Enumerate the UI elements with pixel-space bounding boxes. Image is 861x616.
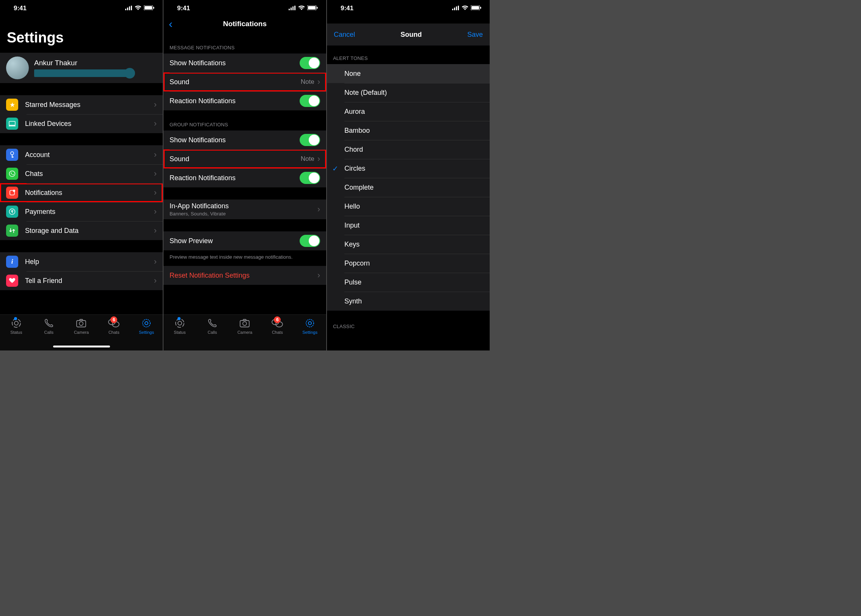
row-payments[interactable]: ₹ Payments ›	[0, 202, 163, 221]
tone-label: Circles	[344, 165, 365, 173]
tab-calls[interactable]: Calls	[199, 318, 226, 350]
settings-group-2: Account › Chats › Notifications › ₹ Paym…	[0, 145, 163, 240]
tab-settings[interactable]: Settings	[297, 318, 323, 350]
screen-settings: 9:41 Settings Ankur Thakur ★ Starred Mes…	[0, 0, 163, 350]
tab-chats[interactable]: 6 Chats	[264, 318, 291, 350]
row-reaction-grp[interactable]: Reaction Notifications	[163, 168, 326, 187]
tone-label: Complete	[344, 184, 374, 192]
row-show-preview[interactable]: Show Preview	[163, 231, 326, 250]
tab-settings[interactable]: Settings	[133, 318, 160, 350]
tab-label: Calls	[207, 330, 217, 335]
detail-value: Note	[301, 155, 314, 163]
chevron-right-icon: ›	[154, 119, 157, 129]
svg-rect-1	[127, 8, 128, 10]
row-reaction-msg[interactable]: Reaction Notifications	[163, 91, 326, 110]
tone-row[interactable]: Popcorn	[327, 254, 490, 273]
tone-row[interactable]: None	[327, 64, 490, 83]
toggle-on-icon[interactable]	[300, 172, 320, 184]
tone-label: None	[344, 70, 361, 78]
settings-group-3: i Help › Tell a Friend ›	[0, 252, 163, 290]
row-sound-msg[interactable]: Sound Note ›	[163, 72, 326, 91]
tone-row[interactable]: Input	[327, 216, 490, 235]
tone-row[interactable]: ✓Circles	[327, 159, 490, 178]
svg-rect-31	[317, 7, 318, 9]
row-reset-notifications[interactable]: Reset Notification Settings ›	[163, 266, 326, 285]
row-tell-a-friend[interactable]: Tell a Friend ›	[0, 271, 163, 290]
nav-bar: ‹ Notifications	[163, 14, 326, 33]
row-label: In-App Notifications	[170, 202, 317, 210]
battery-icon	[471, 5, 481, 12]
svg-point-24	[145, 322, 148, 325]
signal-icon	[452, 5, 459, 12]
row-label: Reaction Notifications	[170, 174, 300, 182]
chevron-right-icon: ›	[154, 276, 157, 286]
tone-row[interactable]: Complete	[327, 178, 490, 197]
row-inapp[interactable]: In-App Notifications Banners, Sounds, Vi…	[163, 200, 326, 219]
row-label: Payments	[25, 208, 154, 216]
toggle-on-icon[interactable]	[300, 235, 320, 247]
toggle-on-icon[interactable]	[300, 57, 320, 69]
rupee-icon: ₹	[6, 206, 18, 218]
row-label: Tell a Friend	[25, 277, 154, 285]
tone-row[interactable]: Bamboo	[327, 121, 490, 140]
tone-list: NoneNote (Default)AuroraBambooChord✓Circ…	[327, 64, 490, 311]
tone-row[interactable]: Note (Default)	[327, 83, 490, 102]
page-title: Settings	[0, 14, 163, 53]
tab-label: Camera	[237, 330, 252, 335]
tone-row[interactable]: Hello	[327, 197, 490, 216]
tab-label: Camera	[74, 330, 89, 335]
laptop-icon	[6, 118, 18, 130]
status-icons	[452, 5, 481, 12]
row-storage-data[interactable]: Storage and Data ›	[0, 221, 163, 240]
preview-group: Show Preview	[163, 231, 326, 250]
tone-row[interactable]: Pulse	[327, 273, 490, 292]
chevron-right-icon: ›	[154, 257, 157, 267]
row-show-notifications-grp[interactable]: Show Notifications	[163, 130, 326, 149]
new-dot-icon	[14, 317, 17, 320]
tab-camera[interactable]: Camera	[231, 318, 258, 350]
star-icon: ★	[6, 99, 18, 111]
svg-rect-5	[145, 6, 152, 9]
tab-status[interactable]: Status	[3, 318, 30, 350]
status-bar: 9:41	[327, 0, 490, 14]
status-icons	[289, 5, 318, 12]
tone-row[interactable]: Chord	[327, 140, 490, 159]
wifi-icon	[462, 5, 468, 12]
svg-rect-7	[9, 121, 15, 125]
row-account[interactable]: Account ›	[0, 145, 163, 164]
toggle-on-icon[interactable]	[300, 95, 320, 107]
preview-footer: Preview message text inside new message …	[163, 250, 326, 264]
tone-row[interactable]: Synth	[327, 292, 490, 311]
toggle-on-icon[interactable]	[300, 134, 320, 146]
group-header-group: GROUP NOTIFICATIONS	[163, 110, 326, 130]
home-indicator[interactable]	[53, 346, 110, 347]
row-sound-grp[interactable]: Sound Note ›	[163, 149, 326, 168]
profile-row[interactable]: Ankur Thakur	[0, 53, 163, 83]
row-help[interactable]: i Help ›	[0, 252, 163, 271]
row-label: Show Notifications	[170, 59, 300, 67]
row-notifications[interactable]: Notifications ›	[0, 183, 163, 202]
row-show-notifications-msg[interactable]: Show Notifications	[163, 53, 326, 72]
cancel-button[interactable]: Cancel	[334, 31, 355, 39]
row-linked-devices[interactable]: Linked Devices ›	[0, 114, 163, 133]
tone-label: Note (Default)	[344, 89, 387, 97]
tab-bar: Status Calls Camera 6 Chats Settings	[163, 314, 326, 350]
tab-label: Status	[10, 330, 22, 335]
tab-label: Chats	[272, 330, 283, 335]
row-chats[interactable]: Chats ›	[0, 164, 163, 183]
row-sublabel: Banners, Sounds, Vibrate	[170, 211, 317, 217]
chevron-right-icon: ›	[317, 204, 320, 214]
tone-row[interactable]: Aurora	[327, 102, 490, 121]
info-icon: i	[6, 256, 18, 268]
tab-status[interactable]: Status	[167, 318, 193, 350]
save-button[interactable]: Save	[467, 31, 483, 39]
svg-rect-46	[480, 7, 481, 9]
row-label: Linked Devices	[25, 120, 154, 128]
clock: 9:41	[14, 5, 27, 12]
row-starred-messages[interactable]: ★ Starred Messages ›	[0, 95, 163, 114]
row-label: Help	[25, 258, 154, 266]
tab-label: Calls	[44, 330, 53, 335]
chevron-right-icon: ›	[154, 207, 157, 217]
svg-rect-11	[12, 157, 14, 157]
tone-row[interactable]: Keys	[327, 235, 490, 254]
